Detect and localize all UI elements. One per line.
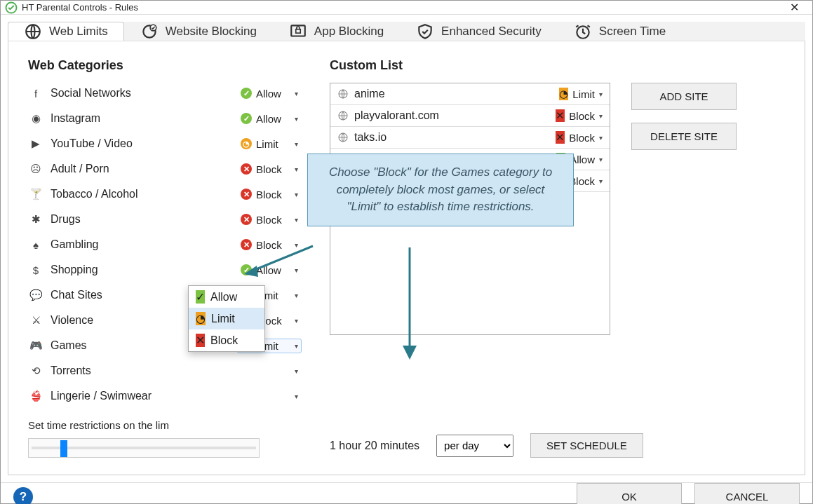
- category-icon: 💬: [28, 289, 43, 301]
- ok-button[interactable]: OK: [577, 483, 682, 504]
- category-icon: 🍸: [28, 188, 43, 200]
- category-icon: ☹: [28, 163, 43, 175]
- globe-icon: [337, 110, 349, 121]
- time-restriction-hint: Set time restrictions on the lim: [28, 419, 302, 431]
- period-select[interactable]: per day: [436, 435, 513, 457]
- category-action-dropdown[interactable]: ✓Allow▾: [237, 111, 302, 126]
- action-dropdown-menu[interactable]: ✓Allow◔Limit✕Block: [188, 285, 265, 352]
- category-row: 🍸Tobacco / Alcohol✕Block▾: [28, 184, 302, 205]
- category-action-dropdown[interactable]: ✕Block▾: [237, 162, 302, 177]
- time-slider[interactable]: [28, 438, 260, 458]
- app-icon: [5, 1, 18, 14]
- set-schedule-button[interactable]: SET SCHEDULE: [530, 433, 643, 458]
- category-action-dropdown[interactable]: ✓Allow▾: [237, 86, 302, 101]
- dropdown-item-limit[interactable]: ◔Limit: [189, 308, 264, 329]
- category-row: ⟲Torrents▾: [28, 360, 302, 381]
- category-icon: ✱: [28, 213, 43, 226]
- category-icon: ⟲: [28, 365, 43, 377]
- category-row: ✱Drugs✕Block▾: [28, 209, 302, 230]
- category-label: Gambling: [43, 238, 237, 251]
- globe-icon: [337, 132, 349, 143]
- category-icon: $: [28, 264, 43, 276]
- heading-custom-list: Custom List: [330, 58, 785, 73]
- category-icon: ▶: [28, 137, 43, 150]
- category-label: Social Networks: [43, 87, 237, 100]
- cancel-button[interactable]: CANCEL: [694, 483, 800, 504]
- category-row: ☹Adult / Porn✕Block▾: [28, 158, 302, 179]
- category-action-dropdown[interactable]: ✕Block▾: [237, 212, 302, 227]
- category-icon: ⚔: [28, 314, 43, 327]
- category-row: ▶YouTube / Video◔Limit▾: [28, 133, 302, 154]
- category-icon: f: [28, 88, 43, 100]
- category-label: YouTube / Video: [43, 137, 237, 150]
- custom-action-dropdown[interactable]: ✕Block▾: [538, 131, 603, 144]
- close-icon[interactable]: ✕: [780, 1, 808, 14]
- globe-icon: [337, 88, 349, 100]
- category-row: fSocial Networks✓Allow▾: [28, 83, 302, 104]
- category-label: Shopping: [43, 264, 237, 276]
- tab-enhanced-security[interactable]: Enhanced Security: [400, 22, 558, 41]
- custom-list-row[interactable]: playvalorant.com✕Block▾: [330, 105, 610, 127]
- custom-site-name: anime: [354, 88, 538, 100]
- callout-arrow-down-icon: [396, 247, 424, 367]
- category-icon: ♠: [28, 239, 43, 251]
- dropdown-item-block[interactable]: ✕Block: [189, 329, 264, 351]
- category-icon: ◉: [28, 112, 43, 125]
- svg-marker-14: [403, 346, 417, 360]
- tab-website-blocking[interactable]: Website Blocking: [124, 22, 273, 41]
- custom-action-dropdown[interactable]: ◔Limit▾: [538, 88, 603, 100]
- category-label: Tobacco / Alcohol: [43, 188, 237, 200]
- delete-site-button[interactable]: DELETE SITE: [631, 123, 737, 150]
- category-label: Adult / Porn: [43, 163, 237, 175]
- category-row: 👙Lingerie / Swimwear▾: [28, 386, 302, 407]
- custom-site-name: taks.io: [354, 131, 538, 144]
- callout-arrow-left-icon: [237, 242, 321, 284]
- category-label: Torrents: [43, 365, 237, 377]
- category-action-dropdown[interactable]: ◔Limit▾: [237, 137, 302, 151]
- category-action-dropdown[interactable]: ▾: [237, 391, 302, 402]
- custom-action-dropdown[interactable]: ✕Block▾: [538, 109, 603, 122]
- category-row: ◉Instagram✓Allow▾: [28, 108, 302, 129]
- svg-line-11: [251, 246, 313, 271]
- tab-app-blocking[interactable]: App Blocking: [273, 22, 400, 41]
- add-site-button[interactable]: ADD SITE: [631, 83, 737, 110]
- category-label: Drugs: [43, 213, 237, 226]
- category-icon: 🎮: [28, 339, 43, 352]
- tutorial-callout: Choose "Block" for the Games category to…: [307, 154, 574, 226]
- time-value-label: 1 hour 20 minutes: [330, 440, 419, 452]
- help-icon[interactable]: ?: [13, 487, 33, 505]
- category-label: Lingerie / Swimwear: [43, 390, 237, 402]
- custom-list-row[interactable]: taks.io✕Block▾: [330, 127, 610, 149]
- tab-screen-time[interactable]: Screen Time: [558, 22, 682, 41]
- category-label: Instagram: [43, 112, 237, 125]
- tab-web-limits[interactable]: Web Limits: [8, 22, 124, 41]
- dropdown-item-allow[interactable]: ✓Allow: [189, 286, 264, 308]
- custom-site-name: playvalorant.com: [354, 109, 538, 122]
- category-action-dropdown[interactable]: ▾: [237, 366, 302, 376]
- category-action-dropdown[interactable]: ✕Block▾: [237, 187, 302, 202]
- custom-list-row[interactable]: anime◔Limit▾: [330, 83, 610, 105]
- heading-web-categories: Web Categories: [28, 58, 302, 73]
- svg-marker-12: [244, 266, 258, 277]
- category-icon: 👙: [28, 390, 43, 402]
- svg-rect-5: [296, 29, 301, 33]
- window-title: HT Parental Controls - Rules: [22, 2, 780, 13]
